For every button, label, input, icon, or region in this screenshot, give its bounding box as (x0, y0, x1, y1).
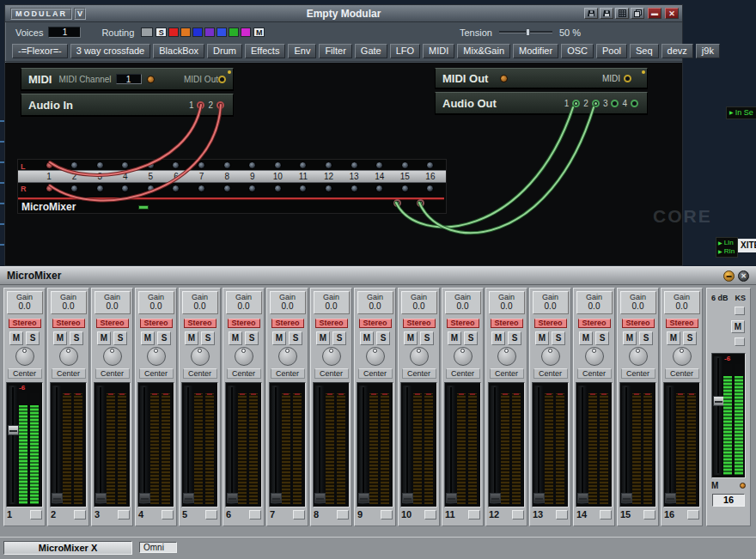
stereo-toggle[interactable]: Stereo (96, 319, 129, 328)
fader-track[interactable] (140, 386, 149, 504)
channel-output-box[interactable] (424, 510, 436, 520)
mute-button[interactable]: M (404, 331, 418, 345)
midi-channel-knob[interactable] (147, 76, 155, 83)
pan-value[interactable]: Center (8, 368, 42, 379)
audio-in-port-1[interactable] (197, 101, 204, 109)
toolbar-button-lfo[interactable]: LFO (390, 44, 420, 58)
fader-handle[interactable] (271, 493, 282, 503)
right-input-port-1[interactable] (46, 185, 53, 192)
left-input-port-4[interactable] (121, 161, 129, 169)
gain-display[interactable]: Gain 0.0 (489, 291, 525, 314)
routing-mute-box[interactable]: M (253, 27, 265, 37)
fader-track[interactable] (228, 386, 236, 504)
gain-display[interactable]: Gain 0.0 (51, 291, 87, 314)
gain-display[interactable]: Gain 0.0 (664, 291, 700, 314)
mute-button[interactable]: M (185, 331, 198, 345)
gain-display[interactable]: Gain 0.0 (620, 291, 656, 314)
fader-handle[interactable] (52, 493, 63, 503)
fader-track[interactable] (9, 386, 17, 504)
pan-knob[interactable] (103, 347, 122, 366)
mute-button[interactable]: M (9, 331, 23, 345)
audio-in-port-2[interactable] (216, 101, 224, 109)
routing-solo-box[interactable]: S (155, 27, 167, 37)
stereo-toggle[interactable]: Stereo (578, 319, 611, 328)
master-mute-button[interactable]: M (731, 320, 745, 333)
left-input-port-15[interactable] (401, 161, 409, 169)
mute-button[interactable]: M (316, 331, 330, 345)
routing-color-swatch-5[interactable] (216, 27, 227, 37)
routing-color-swatch-4[interactable] (204, 27, 215, 37)
pan-knob[interactable] (673, 347, 692, 366)
grid-button[interactable] (615, 8, 629, 19)
pan-value[interactable]: Center (577, 368, 612, 379)
right-input-port-2[interactable] (70, 185, 78, 192)
stereo-toggle[interactable]: Stereo (666, 319, 698, 328)
left-input-port-7[interactable] (198, 161, 205, 169)
master-small-button-1[interactable] (735, 307, 745, 315)
fader-handle[interactable] (402, 493, 413, 503)
solo-button[interactable]: S (201, 331, 215, 345)
gain-display[interactable]: Gain 0.0 (357, 291, 393, 314)
close-button[interactable]: ✕ (665, 8, 679, 19)
pan-knob[interactable] (497, 347, 516, 366)
routing-color-swatch-3[interactable] (192, 27, 203, 37)
left-input-port-5[interactable] (147, 161, 155, 169)
right-input-port-11[interactable] (299, 185, 307, 192)
toolbar-button-mix-gain[interactable]: Mix&Gain (457, 44, 510, 58)
midi-channel-value[interactable]: 1 (116, 74, 142, 84)
pan-knob[interactable] (59, 347, 78, 366)
left-input-port-12[interactable] (325, 161, 332, 169)
pan-knob[interactable] (454, 347, 472, 366)
fader-handle[interactable] (314, 493, 326, 503)
channel-output-box[interactable] (381, 510, 393, 520)
pan-value[interactable]: Center (271, 368, 305, 379)
stereo-toggle[interactable]: Stereo (534, 319, 567, 328)
right-input-port-9[interactable] (248, 185, 256, 192)
pan-value[interactable]: Center (227, 368, 261, 379)
pan-value[interactable]: Center (183, 368, 217, 379)
routing-color-swatch-1[interactable] (168, 27, 179, 37)
pan-knob[interactable] (191, 347, 210, 366)
copy-button[interactable] (631, 8, 644, 19)
channel-output-box[interactable] (30, 510, 42, 520)
gain-display[interactable]: Gain 0.0 (94, 291, 131, 314)
solo-button[interactable]: S (332, 331, 346, 345)
right-input-port-15[interactable] (401, 185, 409, 192)
fader-handle[interactable] (577, 493, 588, 503)
midi-module[interactable]: MIDI MIDI Channel 1 MIDI Out (21, 68, 234, 90)
pan-value[interactable]: Center (402, 368, 436, 379)
save-button[interactable] (584, 8, 598, 19)
midi-out-port[interactable] (624, 75, 631, 82)
audio-out-port-2[interactable] (592, 100, 600, 107)
gain-display[interactable]: Gain 0.0 (445, 291, 481, 314)
toolbar-button-drum[interactable]: Drum (207, 44, 242, 58)
channel-output-box[interactable] (337, 510, 349, 520)
stereo-toggle[interactable]: Stereo (403, 319, 436, 328)
lr-input-chip[interactable]: ▶LIn ▶RIn (716, 237, 738, 258)
mixer-titlebar[interactable]: MicroMixer ▬ ✕ (0, 267, 756, 285)
master-small-button-2[interactable] (735, 337, 745, 346)
fader-handle[interactable] (139, 493, 150, 503)
channel-output-box[interactable] (556, 510, 568, 520)
stereo-toggle[interactable]: Stereo (315, 319, 348, 328)
pan-knob[interactable] (541, 347, 560, 366)
left-input-port-6[interactable] (172, 161, 180, 169)
stereo-toggle[interactable]: Stereo (447, 319, 479, 328)
channel-output-box[interactable] (249, 510, 261, 520)
toolbar-button-3-way-crossfade[interactable]: 3 way crossfade (70, 44, 150, 58)
pan-value[interactable]: Center (621, 368, 655, 379)
channel-output-box[interactable] (162, 510, 174, 520)
right-input-port-4[interactable] (121, 185, 129, 192)
toolbar-button-devz[interactable]: devz (662, 44, 693, 58)
right-input-port-6[interactable] (172, 185, 180, 192)
fader-track[interactable] (52, 386, 61, 504)
mute-button[interactable]: M (491, 331, 505, 345)
right-input-port-12[interactable] (325, 185, 332, 192)
channel-output-box[interactable] (118, 510, 130, 520)
gain-display[interactable]: Gain 0.0 (533, 291, 569, 314)
fader-track[interactable] (666, 386, 674, 504)
left-input-port-11[interactable] (299, 161, 307, 169)
left-input-port-1[interactable] (46, 161, 53, 169)
pan-knob[interactable] (410, 347, 429, 366)
save-as-button[interactable] (600, 8, 613, 19)
